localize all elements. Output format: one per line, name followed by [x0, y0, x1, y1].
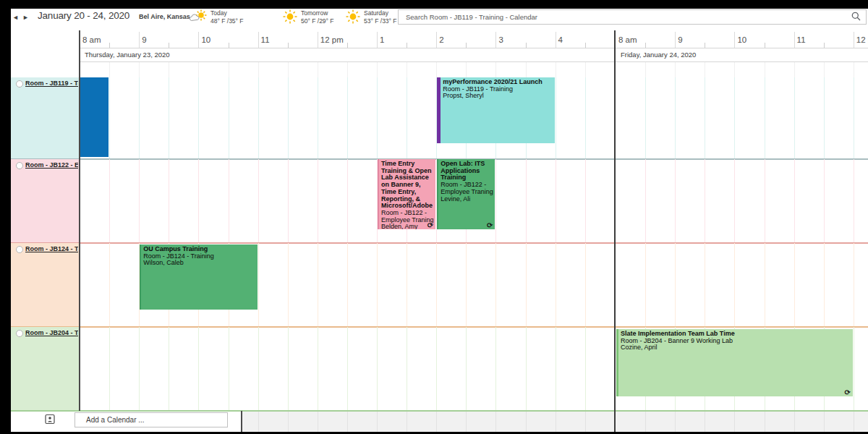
- gridline: [794, 159, 795, 242]
- time-label: 1: [380, 35, 384, 44]
- gridline: [495, 327, 496, 410]
- gridline: [734, 62, 735, 77]
- gridline: [466, 243, 467, 326]
- gridline: [824, 412, 825, 432]
- hour-gridline: [318, 32, 318, 48]
- gridline: [526, 62, 527, 77]
- hour-gridline: [198, 32, 199, 48]
- gridline: [675, 243, 676, 326]
- gridline: [794, 77, 795, 158]
- gridline: [407, 243, 407, 326]
- calendar-event[interactable]: Slate Implementation Team Lab TimeRoom -…: [616, 329, 853, 396]
- calendar-event[interactable]: myPerformance 2020/21 LaunchRoom - JB119…: [437, 77, 554, 143]
- weather-temps-label: 50° F /29° F: [301, 17, 334, 25]
- room-checkbox[interactable]: [16, 80, 23, 88]
- gridline: [556, 77, 556, 158]
- half-hour-tick: [109, 43, 110, 48]
- gridline: [556, 159, 556, 242]
- half-hour-tick: [765, 43, 765, 48]
- room-row-label-area: [11, 159, 79, 242]
- time-label: 10: [201, 35, 210, 44]
- half-hour-tick: [229, 43, 229, 48]
- event-organizer: Wilson, Caleb: [143, 260, 255, 267]
- add-calendar-button[interactable]: Add a Calendar ...: [75, 412, 228, 427]
- gridline: [407, 62, 407, 77]
- hour-gridline: [436, 32, 437, 48]
- date-range-title: January 20 - 24, 2020: [38, 10, 129, 21]
- gridline: [109, 159, 110, 242]
- gridline: [645, 159, 646, 242]
- gridline: [288, 327, 289, 410]
- gridline: [556, 243, 556, 326]
- recurrence-icon: ⟳: [427, 222, 433, 229]
- gridline: [526, 159, 527, 242]
- gridline: [645, 62, 646, 77]
- gridline: [585, 327, 586, 410]
- gridline: [675, 77, 676, 158]
- gridline: [794, 62, 795, 77]
- gridline: [347, 77, 348, 158]
- calendar-event[interactable]: Open Lab: ITS Applications TrainingRoom …: [437, 159, 495, 229]
- gridline: [347, 159, 348, 242]
- window-top-edge: [0, 0, 868, 9]
- gridline: [585, 159, 586, 242]
- gridline: [436, 243, 437, 326]
- gridline: [169, 77, 169, 158]
- untitled-event-block[interactable]: [80, 77, 109, 157]
- calendar-event[interactable]: Time Entry Training & Open Lab Assistanc…: [378, 159, 435, 229]
- time-label: 8 am: [618, 35, 637, 44]
- room-calendar-link[interactable]: Room - JB204 - Training: [25, 329, 78, 336]
- gridline: [258, 327, 259, 410]
- gridline: [288, 62, 289, 77]
- weather-day-label: Tomorrow: [301, 9, 334, 17]
- gridline: [645, 412, 646, 432]
- gridline: [765, 77, 765, 158]
- room-calendar-link[interactable]: Room - JB119 - Training: [25, 80, 78, 87]
- time-label: 4: [558, 35, 563, 44]
- room-row-label-area: [11, 243, 79, 326]
- search-box[interactable]: [398, 9, 867, 25]
- calendar-event[interactable]: OU Campus TrainingRoom - JB124 - Trainin…: [140, 244, 257, 310]
- room-checkbox[interactable]: [16, 246, 23, 253]
- search-input[interactable]: [399, 13, 851, 21]
- gridline: [854, 412, 854, 432]
- gridline: [466, 327, 467, 410]
- hour-gridline: [734, 32, 735, 48]
- gridline: [824, 243, 825, 326]
- gridline: [495, 62, 496, 77]
- weather-saturday: Saturday 53° F /33° F: [346, 9, 397, 27]
- gridline: [734, 77, 735, 158]
- location-selector[interactable]: Bel Aire, Kansas▾: [139, 13, 197, 20]
- gridline: [705, 62, 705, 77]
- day-header-thursday: Thursday, January 23, 2020: [85, 51, 170, 59]
- gridline: [824, 62, 825, 77]
- gridline: [229, 62, 229, 77]
- outlook-calendar-screen: ◄ ► January 20 - 24, 2020 Bel Aire, Kans…: [0, 0, 868, 434]
- window-left-edge: [0, 0, 11, 434]
- gridline: [705, 77, 705, 158]
- room-checkbox[interactable]: [16, 330, 23, 337]
- room-calendar-link[interactable]: Room - JB124 - Training: [25, 245, 78, 252]
- day-header-friday: Friday, January 24, 2020: [621, 51, 696, 59]
- back-arrow-button[interactable]: ◄: [12, 14, 19, 21]
- gridline: [288, 77, 289, 158]
- gridline: [377, 77, 378, 158]
- half-hour-tick: [705, 43, 705, 48]
- half-hour-tick: [347, 43, 348, 48]
- gridline: [139, 159, 140, 242]
- time-label: 9: [678, 35, 682, 44]
- hour-gridline: [258, 32, 259, 48]
- forward-arrow-button[interactable]: ►: [22, 14, 29, 21]
- room-calendar-link[interactable]: Room - JB122 - Employee Traning: [25, 161, 78, 169]
- time-label: 8 am: [82, 35, 101, 44]
- gridline: [705, 243, 705, 326]
- room-checkbox[interactable]: [16, 162, 23, 169]
- search-icon[interactable]: [851, 11, 861, 24]
- gridline: [765, 243, 765, 326]
- time-label: 11: [797, 35, 806, 44]
- time-label: 12 pm: [856, 35, 868, 44]
- gridline: [407, 327, 407, 410]
- hour-gridline: [495, 32, 496, 48]
- gridline: [824, 159, 825, 242]
- gridline: [495, 243, 496, 326]
